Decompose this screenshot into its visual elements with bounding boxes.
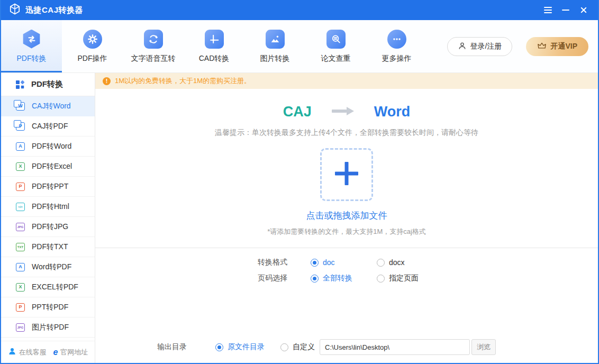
- tab-image-convert[interactable]: 图片转换: [244, 20, 305, 72]
- radio-specified-pages[interactable]: 指定页面: [377, 274, 419, 283]
- radio-icon: [280, 343, 288, 351]
- online-support-link[interactable]: 在线客服: [8, 347, 47, 357]
- more-dots-icon: [387, 30, 406, 49]
- pdf-html-icon: </>: [16, 203, 25, 211]
- ppt-pdf-icon: P: [16, 303, 25, 312]
- official-site-label: 官网地址: [60, 348, 88, 357]
- sidebar-item-pdf-to-excel[interactable]: X PDF转Excel: [1, 157, 95, 177]
- dropzone-label[interactable]: 点击或拖拽添加文件: [306, 210, 387, 222]
- radio-custom-directory[interactable]: 自定义: [280, 342, 320, 352]
- open-vip-button[interactable]: 开通VIP: [526, 37, 588, 56]
- output-directory-row: 输出目录 原文件目录 自定义 浏览: [157, 334, 598, 363]
- tab-cad-convert[interactable]: CAD转换: [184, 20, 244, 72]
- sidebar-header: PDF转换: [1, 73, 95, 96]
- sidebar-header-label: PDF转换: [31, 79, 63, 89]
- tab-pdf-operate[interactable]: PDF操作: [62, 20, 123, 72]
- sidebar-item-label: PDF转PPT: [32, 182, 68, 192]
- official-site-link[interactable]: e 官网地址: [53, 348, 88, 357]
- radio-custom-directory-label: 自定义: [293, 342, 315, 352]
- sidebar: PDF转换 W CAJ转Word P CAJ转PDF A PDF转Word X …: [1, 73, 95, 363]
- radio-icon: [311, 275, 319, 283]
- format-setting-label: 转换格式: [258, 258, 311, 267]
- open-vip-label: 开通VIP: [550, 42, 577, 51]
- sidebar-item-label: PPT转PDF: [32, 303, 68, 312]
- text-voice-icon: [144, 30, 163, 49]
- sidebar-item-pdf-to-jpg[interactable]: JPG PDF转JPG: [1, 217, 95, 237]
- tab-label: CAD转换: [199, 54, 230, 63]
- arrow-right-icon: [331, 106, 355, 119]
- sidebar-item-label: Word转PDF: [32, 262, 71, 272]
- image-pdf-icon: JPG: [16, 323, 25, 332]
- title-bar: 迅捷CAJ转换器: [1, 0, 598, 20]
- radio-all-pages[interactable]: 全部转换: [311, 274, 377, 283]
- tab-pdf-convert[interactable]: PDF转换: [1, 20, 62, 72]
- sidebar-item-ppt-to-pdf[interactable]: P PPT转PDF: [1, 297, 95, 317]
- notice-text: 1M以内的免费转换，大于1M的需购买注册。: [115, 76, 251, 86]
- pdf-ppt-icon: P: [16, 183, 25, 191]
- sidebar-item-image-to-pdf[interactable]: JPG 图片转PDF: [1, 317, 95, 338]
- target-format-label: Word: [374, 104, 411, 120]
- word-pdf-icon: A: [16, 263, 25, 271]
- sidebar-item-label: PDF转Word: [32, 142, 71, 151]
- person-icon: [458, 41, 467, 52]
- notice-banner: ! 1M以内的免费转换，大于1M的需购买注册。: [95, 73, 598, 89]
- pdf-excel-icon: X: [16, 162, 25, 171]
- radio-docx-label: docx: [389, 258, 405, 267]
- window-close-icon[interactable]: [577, 3, 591, 17]
- app-logo-icon: [8, 3, 21, 17]
- tab-label: 图片转换: [260, 54, 290, 63]
- app-window: 迅捷CAJ转换器 PDF转换: [0, 0, 599, 364]
- radio-doc[interactable]: doc: [311, 258, 377, 267]
- hero-tip: 温馨提示：单次转换最多支持上传4个文件，全部转换需要较长时间，请耐心等待: [215, 128, 478, 138]
- format-setting-row: 转换格式 doc docx: [258, 254, 598, 270]
- app-title: 迅捷CAJ转换器: [25, 5, 83, 15]
- dropzone-note: *请添加需要转换的文件，最大支持1M，支持caj格式: [267, 227, 426, 236]
- sidebar-item-pdf-to-txt[interactable]: TXT PDF转TXT: [1, 237, 95, 257]
- sidebar-item-pdf-to-html[interactable]: </> PDF转Html: [1, 197, 95, 217]
- radio-all-pages-label: 全部转换: [323, 274, 352, 283]
- tab-label: 更多操作: [382, 54, 412, 63]
- pdf-txt-icon: TXT: [16, 243, 25, 251]
- pages-setting-row: 页码选择 全部转换 指定页面: [258, 270, 598, 286]
- sidebar-item-label: PDF转Excel: [32, 162, 72, 171]
- window-menu-icon[interactable]: [541, 3, 555, 17]
- tab-label: PDF操作: [78, 54, 107, 63]
- radio-original-directory[interactable]: 原文件目录: [215, 342, 280, 352]
- sidebar-item-label: EXCEL转PDF: [32, 283, 78, 292]
- sidebar-item-label: PDF转TXT: [32, 242, 68, 252]
- excel-pdf-icon: X: [16, 283, 25, 292]
- radio-docx[interactable]: docx: [377, 258, 405, 267]
- sidebar-item-label: 图片转PDF: [32, 323, 69, 332]
- sidebar-item-caj-to-word[interactable]: W CAJ转Word: [1, 96, 95, 116]
- conversion-heading: CAJ Word: [283, 104, 411, 120]
- online-support-label: 在线客服: [19, 348, 47, 357]
- sidebar-item-excel-to-pdf[interactable]: X EXCEL转PDF: [1, 277, 95, 297]
- output-path-input[interactable]: [320, 339, 470, 355]
- gear-icon: [83, 30, 102, 49]
- tab-more-actions[interactable]: 更多操作: [366, 20, 427, 72]
- tab-label: PDF转换: [17, 54, 47, 63]
- website-e-icon: e: [53, 348, 58, 357]
- sidebar-item-pdf-to-word[interactable]: A PDF转Word: [1, 136, 95, 157]
- search-doc-icon: [326, 30, 346, 49]
- browse-button[interactable]: 浏览: [471, 339, 496, 355]
- sidebar-item-word-to-pdf[interactable]: A Word转PDF: [1, 257, 95, 277]
- tab-paper-check[interactable]: 论文查重: [305, 20, 366, 72]
- sidebar-item-label: CAJ转Word: [32, 102, 71, 111]
- sidebar-item-pdf-to-ppt[interactable]: P PDF转PPT: [1, 177, 95, 197]
- radio-specified-pages-label: 指定页面: [389, 274, 419, 283]
- window-minimize-icon[interactable]: [559, 3, 573, 17]
- tab-text-voice[interactable]: 文字语音互转: [123, 20, 184, 72]
- caj-word-icon: W: [16, 102, 25, 111]
- squares-grid-icon: [16, 80, 24, 89]
- tab-label: 论文查重: [321, 54, 351, 63]
- add-file-dropzone[interactable]: [320, 148, 373, 201]
- conversion-hero: CAJ Word 温馨提示：单次转换最多支持上传4个文件，全部转换需要较长时间，…: [95, 89, 598, 248]
- radio-doc-label: doc: [323, 258, 335, 267]
- login-register-button[interactable]: 登录/注册: [447, 37, 513, 56]
- sidebar-item-caj-to-pdf[interactable]: P CAJ转PDF: [1, 116, 95, 136]
- sidebar-item-label: PDF转Html: [32, 202, 69, 212]
- pages-setting-label: 页码选择: [258, 274, 311, 283]
- tab-label: 文字语音互转: [131, 54, 176, 63]
- sidebar-item-label: PDF转JPG: [32, 222, 68, 232]
